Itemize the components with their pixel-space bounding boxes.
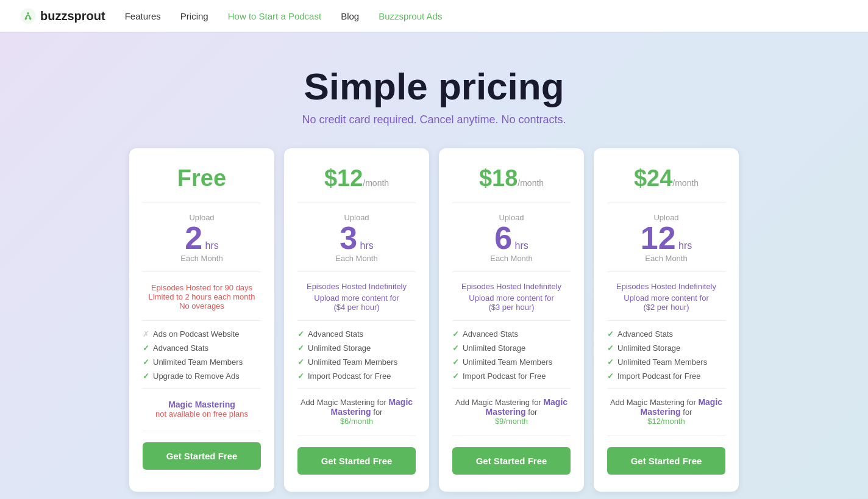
get-started-button-free[interactable]: Get Started Free bbox=[143, 442, 261, 470]
feature-label: Advanced Stats bbox=[308, 329, 363, 339]
x-icon: ✗ bbox=[143, 329, 149, 339]
hosting-section-12: Episodes Hosted Indefinitely Upload more… bbox=[297, 272, 416, 321]
check-icon: ✓ bbox=[297, 357, 304, 367]
plan-price-24: $24/month bbox=[634, 165, 699, 191]
check-icon: ✓ bbox=[297, 343, 304, 353]
check-icon: ✓ bbox=[452, 357, 459, 367]
feature-item: ✓ Upgrade to Remove Ads bbox=[143, 372, 261, 381]
feature-item: ✓ Unlimited Storage bbox=[452, 343, 571, 353]
plan-price-free: Free bbox=[177, 165, 226, 191]
upload-hours: 3 hrs bbox=[297, 222, 416, 254]
mastering-title: Magic Mastering bbox=[168, 400, 235, 409]
plan-card-18: $18/month Upload 6 hrs Each Month Episod… bbox=[439, 148, 584, 492]
nav-pricing[interactable]: Pricing bbox=[180, 11, 208, 21]
feature-item: ✓ Import Podcast for Free bbox=[297, 372, 416, 381]
hosting-indefinitely: Episodes Hosted Indefinitely bbox=[461, 282, 561, 291]
check-icon: ✓ bbox=[143, 357, 149, 367]
plan-card-12: $12/month Upload 3 hrs Each Month Episod… bbox=[284, 148, 429, 492]
mastering-price: $12/month bbox=[647, 417, 685, 426]
nav-blog[interactable]: Blog bbox=[341, 11, 359, 21]
feature-label: Advanced Stats bbox=[153, 343, 208, 353]
feature-label: Unlimited Team Members bbox=[308, 357, 397, 367]
plan-price-18: $18/month bbox=[479, 165, 544, 191]
mastering-price: $6/month bbox=[340, 417, 373, 426]
cta-section-18: Get Started Free bbox=[452, 436, 571, 475]
hosting-upload-more: Upload more content for($4 per hour) bbox=[314, 293, 399, 312]
nav-features[interactable]: Features bbox=[125, 11, 161, 21]
svg-point-2 bbox=[27, 12, 29, 15]
upload-hours: 12 hrs bbox=[607, 222, 725, 254]
get-started-button-18[interactable]: Get Started Free bbox=[452, 447, 571, 475]
nav-how-to[interactable]: How to Start a Podcast bbox=[228, 11, 321, 21]
upload-section-free: Upload 2 hrs Each Month bbox=[143, 203, 261, 272]
feature-label: Import Podcast for Free bbox=[617, 372, 701, 381]
feature-item: ✓ Advanced Stats bbox=[143, 343, 261, 353]
feature-item: ✓ Import Podcast for Free bbox=[607, 372, 725, 381]
features-section-free: ✗ Ads on Podcast Website ✓ Advanced Stat… bbox=[143, 321, 261, 389]
features-section-12: ✓ Advanced Stats ✓ Unlimited Storage ✓ U… bbox=[297, 321, 416, 389]
hosting-limited: Limited to 2 hours each month bbox=[149, 292, 255, 301]
mastering-price: $9/month bbox=[495, 417, 528, 426]
feature-item: ✓ Advanced Stats bbox=[297, 329, 416, 339]
mastering-section-12: Add Magic Mastering for Magic Mastering … bbox=[297, 389, 416, 436]
feature-label: Unlimited Storage bbox=[308, 343, 371, 353]
mastering-title: Magic Mastering bbox=[641, 397, 723, 417]
upload-section-12: Upload 3 hrs Each Month bbox=[297, 203, 416, 272]
upload-each-month: Each Month bbox=[143, 254, 261, 263]
hosting-upload-more: Upload more content for($2 per hour) bbox=[624, 293, 708, 312]
logo[interactable]: buzzsprout bbox=[20, 7, 105, 24]
plan-price-header-24: $24/month bbox=[607, 165, 725, 203]
plan-price-header-18: $18/month bbox=[452, 165, 571, 203]
check-icon: ✓ bbox=[452, 343, 459, 353]
mastering-na: not available on free plans bbox=[155, 409, 248, 418]
cta-section-12: Get Started Free bbox=[297, 436, 416, 475]
feature-item: ✓ Unlimited Storage bbox=[607, 343, 725, 353]
nav-ads[interactable]: Buzzsprout Ads bbox=[379, 11, 442, 21]
hero-title: Simple pricing bbox=[12, 66, 856, 107]
feature-label: Advanced Stats bbox=[617, 329, 673, 339]
feature-item: ✓ Unlimited Team Members bbox=[297, 357, 416, 367]
plan-card-24: $24/month Upload 12 hrs Each Month Episo… bbox=[594, 148, 739, 492]
feature-item: ✗ Ads on Podcast Website bbox=[143, 329, 261, 339]
hosting-upload-more: Upload more content for($3 per hour) bbox=[469, 293, 553, 312]
get-started-button-24[interactable]: Get Started Free bbox=[607, 447, 725, 475]
feature-label: Unlimited Team Members bbox=[463, 357, 552, 367]
hosting-indefinitely: Episodes Hosted Indefinitely bbox=[616, 282, 716, 291]
svg-point-1 bbox=[25, 17, 27, 20]
cta-section-24: Get Started Free bbox=[607, 436, 725, 475]
feature-label: Advanced Stats bbox=[463, 329, 518, 339]
plan-price-header-free: Free bbox=[143, 165, 261, 203]
feature-label: Ads on Podcast Website bbox=[153, 329, 239, 339]
hosting-section-24: Episodes Hosted Indefinitely Upload more… bbox=[607, 272, 725, 321]
mastering-section-free: Magic Mastering not available on free pl… bbox=[143, 389, 261, 431]
feature-label: Unlimited Storage bbox=[617, 343, 680, 353]
navbar: buzzsprout Features Pricing How to Start… bbox=[0, 0, 868, 32]
check-icon: ✓ bbox=[607, 372, 614, 381]
svg-point-3 bbox=[29, 17, 32, 20]
mastering-title: Magic Mastering bbox=[331, 397, 413, 417]
get-started-button-12[interactable]: Get Started Free bbox=[297, 447, 416, 475]
check-icon: ✓ bbox=[297, 372, 304, 381]
feature-label: Unlimited Team Members bbox=[153, 357, 243, 367]
mastering-add-text: Add Magic Mastering for Magic Mastering … bbox=[452, 397, 571, 417]
upload-hours: 6 hrs bbox=[452, 222, 571, 254]
logo-icon bbox=[20, 7, 37, 24]
check-icon: ✓ bbox=[297, 329, 304, 339]
svg-point-0 bbox=[20, 8, 35, 23]
hosting-section-18: Episodes Hosted Indefinitely Upload more… bbox=[452, 272, 571, 321]
check-icon: ✓ bbox=[452, 329, 459, 339]
hosting-indefinitely: Episodes Hosted Indefinitely bbox=[307, 282, 407, 291]
feature-label: Unlimited Storage bbox=[463, 343, 525, 353]
features-section-18: ✓ Advanced Stats ✓ Unlimited Storage ✓ U… bbox=[452, 321, 571, 389]
check-icon: ✓ bbox=[143, 372, 149, 381]
feature-item: ✓ Unlimited Storage bbox=[297, 343, 416, 353]
feature-item: ✓ Advanced Stats bbox=[452, 329, 571, 339]
feature-item: ✓ Unlimited Team Members bbox=[452, 357, 571, 367]
mastering-add-text: Add Magic Mastering for Magic Mastering … bbox=[607, 397, 725, 417]
check-icon: ✓ bbox=[607, 343, 614, 353]
hosting-section-free: Episodes Hosted for 90 days Limited to 2… bbox=[143, 272, 261, 321]
check-icon: ✓ bbox=[143, 343, 149, 353]
feature-item: ✓ Advanced Stats bbox=[607, 329, 725, 339]
upload-each-month: Each Month bbox=[452, 254, 571, 263]
mastering-add-text: Add Magic Mastering for Magic Mastering … bbox=[297, 397, 416, 417]
